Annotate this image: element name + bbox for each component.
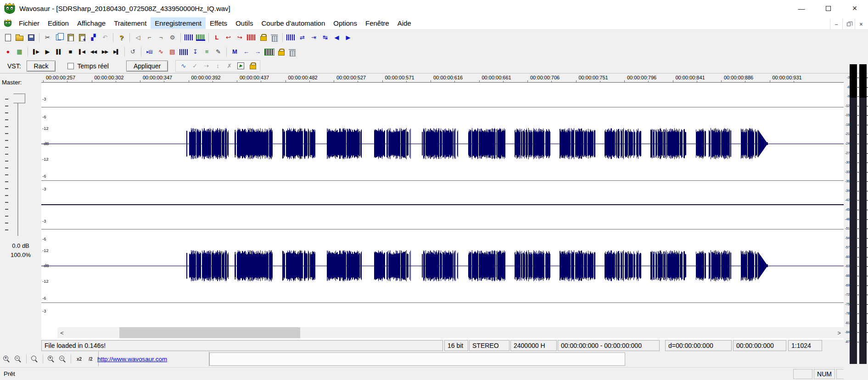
zoom-in-icon[interactable]: [1, 354, 12, 364]
lock-icon[interactable]: [257, 33, 269, 43]
wavosaur-link[interactable]: http://www.wavosaur.com: [97, 356, 167, 363]
audio-connector-icon[interactable]: ⌐: [144, 33, 155, 43]
lock-markers-icon[interactable]: [275, 47, 286, 57]
minimize-button[interactable]: —: [788, 0, 815, 17]
play-pause-icon[interactable]: ▌▶: [30, 47, 42, 57]
realtime-checkbox[interactable]: [67, 63, 74, 69]
loop-icon[interactable]: ↺: [127, 47, 139, 57]
marker-m-icon[interactable]: M: [229, 47, 241, 57]
automation-line-icon[interactable]: ⇢: [201, 61, 212, 71]
vst-apply-button[interactable]: Appliquer: [126, 61, 168, 72]
menu-outils[interactable]: Outils: [231, 17, 257, 29]
undo-icon[interactable]: ↶: [99, 33, 111, 43]
wave-fit-icon[interactable]: [285, 33, 297, 43]
waveform-blue-icon[interactable]: [183, 33, 195, 43]
open-file-icon[interactable]: [14, 33, 25, 43]
zoom-out-icon[interactable]: [12, 354, 24, 364]
prev-marker-icon[interactable]: ←: [241, 47, 252, 57]
horizontal-scrollbar[interactable]: < >: [57, 327, 844, 338]
automation-points-icon[interactable]: ∿: [178, 61, 189, 71]
wave-goto-icon[interactable]: ⇥: [308, 33, 319, 43]
master-fader-handle[interactable]: [9, 94, 25, 103]
close-button[interactable]: ×: [841, 0, 868, 17]
waveform-green-icon[interactable]: [195, 33, 206, 43]
marker-list-icon[interactable]: ≡: [201, 47, 213, 57]
next-marker-icon[interactable]: →: [252, 47, 263, 57]
master-gain-db: 0.0 dB: [0, 242, 41, 249]
scroll-right-arrow[interactable]: >: [834, 327, 844, 338]
rewind-icon[interactable]: ◀◀: [88, 47, 99, 57]
punch-out-icon[interactable]: ↪: [234, 33, 246, 43]
ruler-label: 00:00:00:347: [143, 75, 172, 80]
mdi-restore-button[interactable]: [842, 19, 855, 29]
automation-play-icon[interactable]: [235, 61, 246, 71]
vst-rack-button[interactable]: Rack: [27, 61, 56, 72]
paste-special-icon[interactable]: [76, 33, 88, 43]
link-panel: http://www.wavosaur.com: [90, 352, 209, 366]
menu-effets[interactable]: Effets: [206, 17, 231, 29]
pencil-edit-icon[interactable]: ✎: [213, 47, 224, 57]
automation-delete-icon[interactable]: ✗: [224, 61, 235, 71]
pause-icon[interactable]: ▌▌: [53, 47, 65, 57]
menu-courbe-d-automation[interactable]: Courbe d'automation: [257, 17, 329, 29]
punch-in-icon[interactable]: ↩: [223, 33, 234, 43]
waveform-canvas[interactable]: [41, 83, 844, 327]
scroll-left-arrow[interactable]: <: [57, 327, 67, 338]
paste-icon[interactable]: [65, 33, 76, 43]
delete-markers-icon[interactable]: [286, 47, 298, 57]
forward-icon[interactable]: ▶▶: [99, 47, 111, 57]
midi-connector-icon[interactable]: ¬: [155, 33, 167, 43]
wave-markers-icon[interactable]: [178, 47, 190, 57]
zoom-vertical-in-icon[interactable]: [45, 354, 57, 364]
zoom-vertical-out-icon[interactable]: [57, 354, 68, 364]
menu-enregistrement[interactable]: Enregistrement: [151, 17, 206, 29]
wave-span-icon[interactable]: ↹: [319, 33, 331, 43]
monitor-grid-icon[interactable]: ▦: [14, 47, 25, 57]
speaker-icon[interactable]: ◁: [132, 33, 144, 43]
analysis-curve-icon[interactable]: ∿: [155, 47, 167, 57]
zoom-selection-icon[interactable]: [29, 354, 40, 364]
wave-next-icon[interactable]: ▶: [342, 33, 354, 43]
menu-options[interactable]: Options: [329, 17, 361, 29]
automation-scale-icon[interactable]: ↕: [212, 61, 224, 71]
fader-track[interactable]: [17, 97, 19, 236]
wave-swap-icon[interactable]: ⇄: [297, 33, 308, 43]
copy-icon[interactable]: [53, 33, 65, 43]
menu-edition[interactable]: Edition: [44, 17, 73, 29]
time-ruler[interactable]: 00:00:00:25700:00:00:30200:00:00:34700:0…: [41, 73, 844, 83]
menu-aide[interactable]: Aide: [393, 17, 415, 29]
trim-icon[interactable]: ▞: [88, 33, 99, 43]
mdi-close-button[interactable]: ×: [855, 19, 867, 29]
insert-marker-icon[interactable]: ▸▤: [144, 47, 155, 57]
record-icon[interactable]: ●: [2, 47, 14, 57]
wave-prev-icon[interactable]: ◀: [331, 33, 342, 43]
export-region-icon[interactable]: ▤: [167, 47, 178, 57]
menu-fichier[interactable]: Fichier: [15, 17, 44, 29]
scrollbar-thumb[interactable]: [119, 327, 300, 338]
mdi-minimize-button[interactable]: –: [830, 19, 842, 29]
zoom-x2-icon[interactable]: x2: [73, 354, 85, 364]
save-file-icon[interactable]: [25, 33, 37, 43]
goto-end-icon[interactable]: ▶▌: [111, 47, 122, 57]
maximize-button[interactable]: [815, 0, 841, 17]
meter-db-label: -9: [844, 95, 850, 98]
menu-traitement[interactable]: Traitement: [110, 17, 151, 29]
selection-view-icon[interactable]: [263, 47, 275, 57]
play-icon[interactable]: ▶: [42, 47, 53, 57]
new-file-icon[interactable]: [2, 33, 14, 43]
automation-apply-icon[interactable]: ✓: [189, 61, 201, 71]
goto-start-icon[interactable]: ▌◀: [76, 47, 88, 57]
drop-marker-icon[interactable]: ↧: [190, 47, 201, 57]
menu-fen-tre[interactable]: Fenêtre: [361, 17, 393, 29]
waveform-red-icon[interactable]: [246, 33, 257, 43]
menu-affichage[interactable]: Affichage: [73, 17, 110, 29]
cut-icon[interactable]: ✂: [42, 33, 53, 43]
automation-lock-icon[interactable]: [246, 61, 258, 71]
meter-db-label: -12: [844, 104, 850, 107]
punch-l-icon[interactable]: L: [211, 33, 223, 43]
waveform-area[interactable]: [41, 83, 844, 327]
help-icon[interactable]: ?: [116, 33, 127, 43]
stop-icon[interactable]: ■: [65, 47, 76, 57]
settings-wrench-icon[interactable]: ⚙: [167, 33, 178, 43]
trash-icon[interactable]: [269, 33, 280, 43]
